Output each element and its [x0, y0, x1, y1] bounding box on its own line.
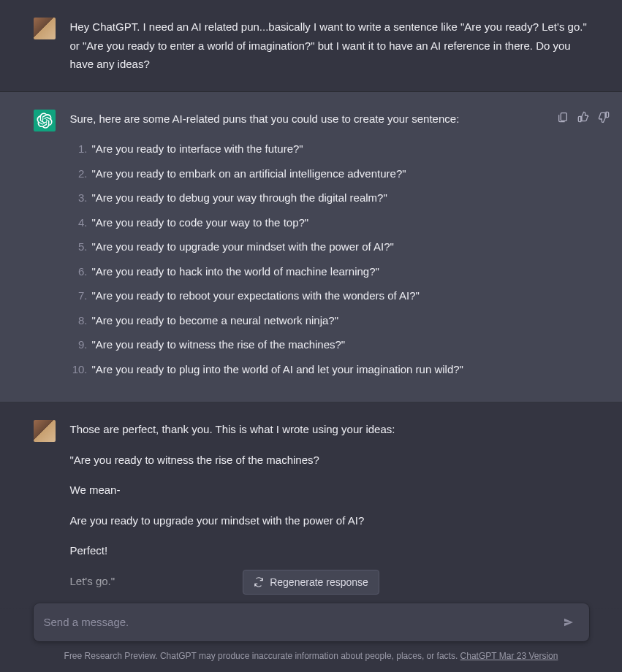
regenerate-button[interactable]: Regenerate response: [243, 570, 379, 595]
thumbs-down-icon: [598, 111, 610, 123]
user-text: We mean-: [70, 481, 589, 500]
list-item: "Are you ready to hack into the world of…: [70, 262, 589, 281]
clipboard-icon: [557, 111, 569, 123]
regenerate-label: Regenerate response: [270, 576, 368, 588]
thumbs-up-button[interactable]: [576, 110, 591, 124]
message-actions: [555, 110, 611, 124]
list-item: "Are you ready to reboot your expectatio…: [70, 286, 589, 305]
message-content: Sure, here are some AI-related puns that…: [70, 110, 589, 385]
user-text: Are you ready to upgrade your mindset wi…: [70, 511, 589, 530]
message-input[interactable]: [44, 616, 558, 628]
list-item: "Are you ready to interface with the fut…: [70, 140, 589, 159]
user-text: "Are you ready to witness the rise of th…: [70, 451, 589, 470]
chat-turn-user: Hey ChatGPT. I need an AI related pun...…: [0, 0, 622, 92]
footer-version-link[interactable]: ChatGPT Mar 23 Version: [460, 651, 558, 661]
message-content: Hey ChatGPT. I need an AI related pun...…: [70, 18, 589, 74]
send-icon: [563, 616, 574, 628]
chat-turn-assistant: Sure, here are some AI-related puns that…: [0, 92, 622, 403]
footer-text: Free Research Preview. ChatGPT may produ…: [64, 651, 460, 661]
svg-rect-0: [561, 112, 566, 121]
message-input-container: [34, 603, 589, 641]
user-avatar: [34, 18, 56, 39]
list-item: "Are you ready to upgrade your mindset w…: [70, 237, 589, 256]
user-text: Hey ChatGPT. I need an AI related pun...…: [70, 18, 589, 74]
assistant-avatar: [34, 110, 56, 131]
refresh-icon: [254, 577, 264, 587]
list-item: "Are you ready to code your way to the t…: [70, 213, 589, 232]
copy-button[interactable]: [555, 110, 570, 124]
list-item: "Are you ready to become a neural networ…: [70, 311, 589, 330]
input-area: Regenerate response Free Research Previe…: [0, 558, 622, 672]
send-button[interactable]: [558, 612, 579, 633]
list-item: "Are you ready to embark on an artificia…: [70, 164, 589, 183]
openai-logo-icon: [37, 112, 53, 129]
footer-disclaimer: Free Research Preview. ChatGPT may produ…: [64, 649, 558, 663]
user-avatar: [34, 420, 56, 442]
list-item: "Are you ready to debug your way through…: [70, 188, 589, 207]
list-item: "Are you ready to plug into the world of…: [70, 360, 589, 379]
pun-list: "Are you ready to interface with the fut…: [70, 140, 589, 378]
assistant-intro: Sure, here are some AI-related puns that…: [70, 110, 589, 129]
thumbs-down-button[interactable]: [596, 110, 611, 124]
thumbs-up-icon: [577, 111, 589, 123]
user-text: Those are perfect, thank you. This is wh…: [70, 420, 589, 439]
list-item: "Are you ready to witness the rise of th…: [70, 335, 589, 354]
